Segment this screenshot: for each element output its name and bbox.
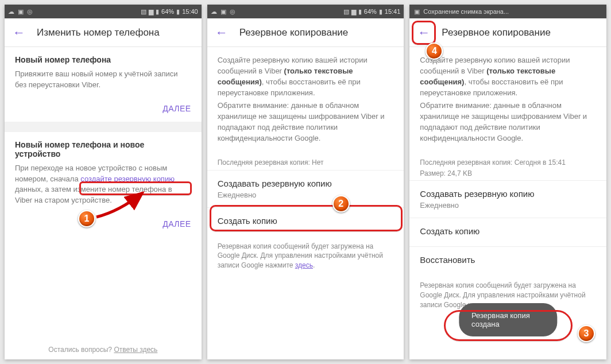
step-badge-3: 3 [578, 325, 595, 342]
page-title: Изменить номер телефона [37, 27, 160, 38]
create-backup-row[interactable]: Создать копию [409, 218, 606, 246]
back-icon[interactable]: ← [13, 25, 25, 40]
next-button-2[interactable]: ДАЛЕЕ [163, 219, 191, 229]
time-text: 15:41 [385, 8, 401, 15]
battery-text: 64% [161, 8, 174, 15]
saving-screenshot-text: Сохранение снимка экрана... [423, 8, 509, 15]
back-icon[interactable]: ← [215, 25, 228, 40]
new-number-text: Привяжите ваш новый номер к учётной запи… [15, 69, 191, 91]
create-backup-link[interactable]: создайте резервную копию [80, 175, 175, 183]
intro-warning: Обратите внимание: данные в облачном хра… [420, 100, 596, 144]
phone-screen-3: ▣ Сохранение снимка экрана... ← Резервно… [409, 5, 606, 359]
step-badge-1: 1 [78, 210, 95, 227]
step-badge-2: 2 [332, 195, 350, 212]
new-number-device-title: Новый номер телефона и новое устройство [15, 140, 191, 158]
page-title: Резервное копирование [239, 27, 349, 38]
next-button-1[interactable]: ДАЛЕЕ [163, 104, 191, 113]
last-backup-text: Последняя резервная копия: Сегодня в 15:… [409, 152, 606, 168]
battery-icon: ▮ [176, 8, 180, 16]
back-icon[interactable]: ← [417, 25, 430, 40]
viber-icon: ◎ [230, 8, 235, 16]
answers-link[interactable]: Ответы здесь [114, 346, 157, 354]
phone-screen-2: ☁ ▣ ◎ ▧ ▆ ▮ 64% ▮ 15:41 ← Резервное копи… [207, 5, 404, 359]
image-icon: ▣ [221, 8, 226, 16]
new-number-device-text: При переходе на новое устройство с новым… [15, 163, 191, 206]
cloud-icon: ☁ [8, 8, 14, 16]
here-link[interactable]: здесь [295, 261, 313, 269]
backup-created-toast: Резервная копия создана [459, 303, 557, 336]
time-text: 15:40 [182, 8, 198, 15]
intro-text: Создайте резервную копию вашей истории с… [420, 55, 596, 98]
intro-text: Создайте резервную копию вашей истории с… [218, 55, 394, 98]
page-title: Резервное копирование [442, 27, 551, 38]
restore-row[interactable]: Восстановить [409, 246, 606, 275]
viber-icon: ◎ [27, 8, 33, 16]
app-header: ← Резервное копирование [207, 18, 404, 47]
app-header: ← Изменить номер телефона [5, 18, 202, 47]
footer-help: Остались вопросы? Ответы здесь [5, 346, 202, 354]
vibrate-icon: ▧ [141, 8, 146, 16]
new-number-title: Новый номер телефона [15, 55, 191, 64]
create-backup-row[interactable]: Создать копию [207, 207, 404, 236]
google-drive-note: Резервная копия сообщений будет загружен… [207, 236, 404, 273]
battery-text: 64% [364, 8, 377, 15]
backup-size-text: Размер: 24,7 KB [409, 168, 606, 181]
image-icon: ▣ [18, 8, 24, 16]
notification-bar: ▣ Сохранение снимка экрана... [409, 5, 606, 18]
battery-icon: ▮ [379, 8, 382, 16]
intro-warning: Обратите внимание: данные в облачном хра… [218, 100, 394, 144]
cloud-icon: ☁ [211, 8, 217, 16]
wifi-icon: ▆ [351, 8, 356, 16]
app-header: ← Резервное копирование [409, 18, 606, 47]
signal-icon: ▮ [358, 8, 362, 16]
vibrate-icon: ▧ [343, 8, 349, 16]
status-bar: ☁ ▣ ◎ ▧ ▆ ▮ 64% ▮ 15:41 [207, 5, 404, 18]
last-backup-text: Последняя резервная копия: Нет [207, 152, 404, 170]
status-bar: ☁ ▣ ◎ ▧ ▆ ▮ 64% ▮ 15:40 [5, 5, 202, 18]
schedule-row[interactable]: Создавать резервную копию Ежедневно [207, 170, 404, 207]
schedule-row[interactable]: Создавать резервную копию Ежедневно [409, 180, 606, 218]
phone-screen-1: ☁ ▣ ◎ ▧ ▆ ▮ 64% ▮ 15:40 ← Изменить номер… [5, 5, 202, 359]
image-icon: ▣ [414, 8, 420, 16]
signal-icon: ▮ [156, 8, 159, 16]
wifi-icon: ▆ [149, 8, 153, 16]
